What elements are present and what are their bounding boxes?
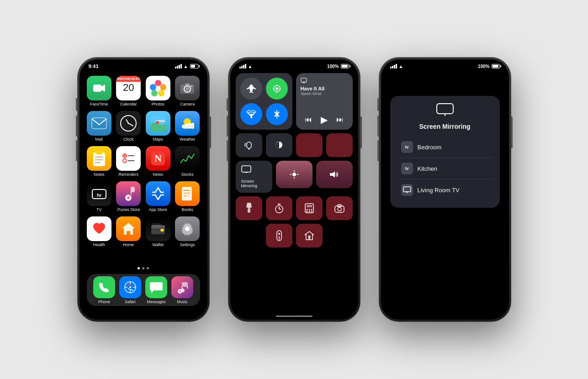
app-label-notes: Notes [94, 172, 105, 177]
app-label-itunes: iTunes Store [117, 207, 140, 212]
app-camera[interactable]: Camera [175, 76, 200, 106]
power-button[interactable] [210, 116, 211, 148]
battery-icon-2 [341, 64, 349, 68]
mirroring-device-livingroom[interactable]: Living Room TV [397, 179, 493, 200]
remote-icon [276, 230, 282, 241]
volume-up-button[interactable] [76, 116, 77, 137]
app-label-home: Home [123, 242, 134, 247]
screen-mirroring-button[interactable]: Screen Mirroring [236, 161, 272, 193]
calendar-date: 20 [123, 82, 134, 94]
app-label-books: Books [182, 207, 193, 212]
dock-safari[interactable]: Safari [119, 276, 141, 304]
app-maps[interactable]: Maps [146, 111, 171, 142]
app-weather[interactable]: Weather [175, 111, 200, 142]
mute-button-2[interactable] [227, 98, 228, 111]
app-label-maps: Maps [153, 137, 163, 142]
wifi-control-button[interactable] [240, 103, 262, 125]
power-button-3[interactable] [511, 116, 513, 148]
mirroring-device-kitchen[interactable]: tv Kitchen [397, 158, 493, 179]
unknown-ctrl-2[interactable] [326, 133, 353, 157]
airplane-mode-button[interactable] [240, 78, 262, 100]
app-label-weather: Weather [180, 137, 195, 142]
svg-point-20 [123, 159, 127, 163]
volume-down-button[interactable] [76, 140, 77, 161]
svg-rect-50 [182, 282, 188, 287]
time-display: 9:41 [89, 63, 99, 69]
app-calendar[interactable]: Wednesday 20 Calendar [116, 76, 141, 106]
app-wallet[interactable]: Wallet [146, 216, 171, 247]
calculator-button[interactable] [296, 196, 323, 220]
signal-group-3: ▲ [390, 64, 403, 69]
connectivity-tile [236, 73, 292, 130]
app-tv[interactable]: tv TV [87, 181, 112, 212]
app-label-photos: Photos [152, 102, 164, 106]
app-settings[interactable]: Settings [175, 216, 200, 247]
battery-pct-3: 100% [478, 64, 490, 69]
volume-up-button-2[interactable] [227, 116, 228, 137]
app-label-settings: Settings [180, 242, 195, 247]
appletv-label-bedroom: tv [405, 145, 408, 149]
livingroom-device-name: Living Room TV [418, 187, 460, 194]
dock-music[interactable]: Music [171, 276, 193, 304]
prev-track-button[interactable]: ⏮ [305, 116, 312, 124]
timer-button[interactable] [266, 196, 292, 220]
mirroring-device-bedroom[interactable]: tv Bedroom [397, 137, 493, 158]
camera-control-button[interactable] [326, 196, 353, 220]
brightness-slider[interactable] [276, 161, 313, 188]
homekit-button[interactable] [296, 224, 323, 247]
flashlight-button[interactable] [236, 196, 262, 220]
app-label-news: News [153, 172, 163, 177]
app-notes[interactable]: Notes [87, 146, 112, 177]
svg-rect-12 [93, 153, 105, 166]
volume-up-button-3[interactable] [377, 116, 379, 137]
remote-button[interactable] [266, 224, 292, 247]
calendar-day: Wednesday [116, 76, 141, 82]
cellular-button[interactable] [266, 78, 288, 100]
unknown-ctrl-1[interactable] [296, 133, 323, 157]
app-itunes[interactable]: iTunes Store [116, 181, 141, 212]
app-stocks[interactable]: Stocks [175, 146, 200, 177]
screen-mirroring-label: Screen Mirroring [241, 179, 267, 188]
play-pause-button[interactable]: ▶ [321, 114, 328, 125]
do-not-disturb-button[interactable] [266, 133, 292, 157]
page-dot-1 [138, 267, 140, 269]
music-controls: ⏮ ▶ ⏭ [301, 114, 348, 125]
app-news[interactable]: N News [146, 146, 171, 177]
app-mail[interactable]: Mail [87, 111, 112, 142]
orientation-lock-button[interactable] [236, 133, 262, 157]
mute-button[interactable] [76, 98, 77, 111]
app-home[interactable]: Home [116, 216, 141, 247]
app-appstore[interactable]: App Store [146, 181, 171, 212]
app-facetime[interactable]: FaceTime [87, 76, 112, 106]
app-label-tv: TV [96, 207, 102, 212]
phone-1: 9:41 ▲ FaceTime [77, 57, 210, 322]
app-photos[interactable]: Photos [146, 76, 171, 106]
svg-point-10 [156, 121, 159, 124]
app-clock[interactable]: Clock [116, 111, 141, 142]
volume-down-button-2[interactable] [227, 140, 228, 161]
svg-point-66 [245, 143, 246, 144]
next-track-button[interactable]: ⏭ [336, 116, 344, 124]
app-label-facetime: FaceTime [90, 102, 108, 106]
signal-icon-3 [390, 64, 397, 68]
app-label-wallet: Wallet [152, 242, 164, 247]
music-info: Have It All Jason Mraz [301, 78, 348, 96]
app-health[interactable]: Health [87, 216, 112, 247]
phone-3: ▲ 100% Screen Mirroring [379, 57, 511, 322]
dock-messages[interactable]: Messages [145, 276, 167, 304]
calculator-icon [305, 203, 314, 213]
svg-rect-5 [185, 83, 190, 85]
svg-text:N: N [154, 153, 162, 164]
app-reminders[interactable]: Reminders [116, 146, 141, 177]
mirroring-title: Screen Mirroring [419, 123, 470, 130]
volume-slider[interactable] [316, 161, 353, 188]
power-button-2[interactable] [360, 116, 362, 148]
dock-music-label: Music [177, 300, 188, 304]
bluetooth-button[interactable] [266, 103, 288, 125]
app-books[interactable]: Books [175, 181, 200, 212]
svg-marker-63 [302, 82, 306, 84]
dock-phone[interactable]: Phone [93, 276, 115, 304]
volume-down-button-3[interactable] [377, 140, 379, 161]
music-tile[interactable]: Have It All Jason Mraz ⏮ ▶ ⏭ [296, 73, 353, 130]
mute-button-3[interactable] [377, 98, 379, 111]
